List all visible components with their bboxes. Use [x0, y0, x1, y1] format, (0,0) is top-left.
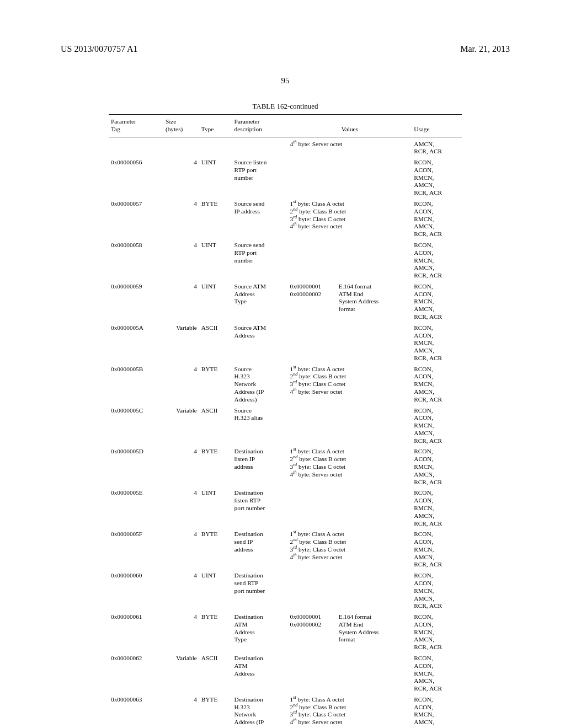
parameter-table: ParameterTag Size(bytes) Type Parameterd…	[109, 115, 462, 728]
col-desc: Parameterdescription	[232, 115, 288, 137]
cell-size: 4	[163, 486, 199, 527]
cell-usage: RCON,ACON,RMCN,AMCN,RCR, ACR	[412, 404, 462, 445]
cell-usage: AMCN,RCR, ACR	[412, 137, 462, 156]
cell-size: 4	[163, 610, 199, 651]
cell-tag: 0x0000005B	[109, 362, 163, 404]
cell-type: ASCII	[199, 404, 232, 445]
cell-values: 0x000000010x00000002E.164 formatATM EndS…	[288, 610, 412, 651]
cell-size: Variable	[163, 651, 199, 693]
col-tag: ParameterTag	[109, 115, 163, 137]
cell-desc: Source sendRTP portnumber	[232, 238, 288, 280]
cell-usage: RCON,ACON,RMCN,AMCN,RCR, ACR	[412, 321, 462, 362]
cell-size: 4	[163, 445, 199, 486]
table-row: 0x0000005F4BYTEDestinationsend IPaddress…	[109, 527, 462, 569]
cell-tag: 0x0000005C	[109, 404, 163, 445]
cell-tag	[109, 137, 163, 156]
cell-type: UINT	[199, 569, 232, 610]
cell-usage: RCON,ACON,RMCN,AMCN,RCR, ACR	[412, 569, 462, 610]
cell-values: 0x000000010x00000002E.164 formatATM EndS…	[288, 280, 412, 321]
cell-tag: 0x00000058	[109, 238, 163, 280]
cell-desc: DestinationATMAddressType	[232, 610, 288, 651]
cell-values	[288, 156, 412, 197]
col-values: Values	[288, 115, 412, 137]
table-row: 0x000000604UINTDestinationsend RTPport n…	[109, 569, 462, 610]
cell-desc: DestinationH.323NetworkAddress (IPAddres…	[232, 693, 288, 728]
cell-size: Variable	[163, 404, 199, 445]
col-usage: Usage	[412, 115, 462, 137]
table-row: 4th byte: Server octetAMCN,RCR, ACR	[109, 137, 462, 156]
table-row: 0x00000062VariableASCIIDestinationATMAdd…	[109, 651, 462, 693]
cell-desc: Destinationsend IPaddress	[232, 527, 288, 569]
table-row: 0x0000005D4BYTEDestinationlisten IPaddre…	[109, 445, 462, 486]
cell-usage: RCON,ACON,RMCN,AMCN,RCR, ACR	[412, 280, 462, 321]
cell-desc: Destinationlisten IPaddress	[232, 445, 288, 486]
parameter-table-wrap: TABLE 162-continued ParameterTag Size(by…	[109, 102, 462, 728]
cell-values	[288, 321, 412, 362]
cell-values: 1st byte: Class A octet2nd byte: Class B…	[288, 445, 412, 486]
cell-desc: Source ATMAddress	[232, 321, 288, 362]
cell-size: 4	[163, 693, 199, 728]
table-row: 0x0000005CVariableASCIISourceH.323 alias…	[109, 404, 462, 445]
cell-type: ASCII	[199, 651, 232, 693]
cell-values	[288, 651, 412, 693]
cell-size: 4	[163, 569, 199, 610]
cell-size: Variable	[163, 321, 199, 362]
table-row: 0x0000005E4UINTDestinationlisten RTPport…	[109, 486, 462, 527]
cell-desc: SourceH.323NetworkAddress (IPAddress)	[232, 362, 288, 404]
cell-values	[288, 238, 412, 280]
table-row: 0x000000594UINTSource ATMAddressType0x00…	[109, 280, 462, 321]
cell-type: BYTE	[199, 362, 232, 404]
cell-size: 4	[163, 238, 199, 280]
cell-type: ASCII	[199, 321, 232, 362]
table-caption: TABLE 162-continued	[109, 102, 462, 111]
page-number: 95	[61, 76, 510, 85]
cell-tag: 0x0000005D	[109, 445, 163, 486]
cell-usage: RCON,ACON,RMCN,AMCN,RCR, ACR	[412, 651, 462, 693]
cell-values	[288, 569, 412, 610]
publication-number: US 2013/0070757 A1	[61, 44, 138, 54]
cell-values	[288, 404, 412, 445]
cell-size: 4	[163, 156, 199, 197]
cell-type	[199, 137, 232, 156]
col-size: Size(bytes)	[163, 115, 199, 137]
cell-type: UINT	[199, 156, 232, 197]
cell-usage: RCON,ACON,RMCN,AMCN,RCR, ACR	[412, 362, 462, 404]
table-row: 0x000000574BYTESource sendIP address1st …	[109, 197, 462, 238]
cell-values: 1st byte: Class A octet2nd byte: Class B…	[288, 197, 412, 238]
cell-desc: Source ATMAddressType	[232, 280, 288, 321]
cell-type: UINT	[199, 280, 232, 321]
cell-size: 4	[163, 197, 199, 238]
table-row: 0x000000614BYTEDestinationATMAddressType…	[109, 610, 462, 651]
cell-desc: Destinationlisten RTPport number	[232, 486, 288, 527]
col-type: Type	[199, 115, 232, 137]
cell-usage: RCON,ACON,RMCN,AMCN,RCR, ACR	[412, 445, 462, 486]
cell-values: 1st byte: Class A octet2nd byte: Class B…	[288, 693, 412, 728]
cell-tag: 0x00000056	[109, 156, 163, 197]
cell-size: 4	[163, 362, 199, 404]
cell-tag: 0x00000057	[109, 197, 163, 238]
cell-values	[288, 486, 412, 527]
cell-type: BYTE	[199, 693, 232, 728]
cell-desc: Source listenRTP portnumber	[232, 156, 288, 197]
cell-values: 4th byte: Server octet	[288, 137, 412, 156]
cell-values: 1st byte: Class A octet2nd byte: Class B…	[288, 527, 412, 569]
cell-desc: Destinationsend RTPport number	[232, 569, 288, 610]
cell-type: BYTE	[199, 527, 232, 569]
cell-type: UINT	[199, 238, 232, 280]
cell-type: BYTE	[199, 610, 232, 651]
cell-tag: 0x00000059	[109, 280, 163, 321]
cell-size: 4	[163, 280, 199, 321]
cell-size: 4	[163, 527, 199, 569]
cell-desc: Source sendIP address	[232, 197, 288, 238]
cell-type: BYTE	[199, 445, 232, 486]
cell-tag: 0x0000005E	[109, 486, 163, 527]
cell-tag: 0x00000061	[109, 610, 163, 651]
cell-usage: RCON,ACON,RMCN,AMCN,RCR, ACR	[412, 693, 462, 728]
cell-values: 1st byte: Class A octet2nd byte: Class B…	[288, 362, 412, 404]
table-row: 0x0000005B4BYTESourceH.323NetworkAddress…	[109, 362, 462, 404]
cell-usage: RCON,ACON,RMCN,AMCN,RCR, ACR	[412, 197, 462, 238]
cell-size	[163, 137, 199, 156]
table-row: 0x000000584UINTSource sendRTP portnumber…	[109, 238, 462, 280]
cell-desc: DestinationATMAddress	[232, 651, 288, 693]
cell-tag: 0x00000060	[109, 569, 163, 610]
